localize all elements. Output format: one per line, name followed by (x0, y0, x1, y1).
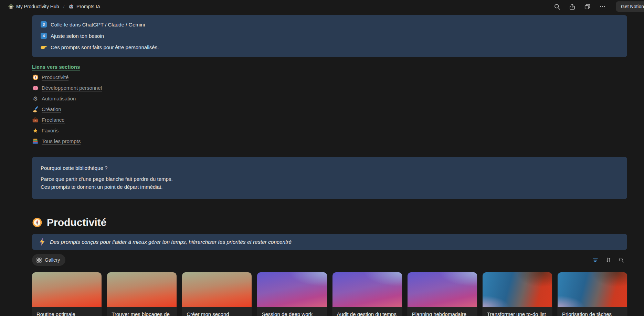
card-cover-image (32, 272, 102, 307)
top-bar: My Productivity Hub / Prompts IA Get Not… (0, 0, 644, 13)
intro-callout: 3 Colle-le dans ChatGPT / Claude / Gemin… (32, 15, 627, 57)
gallery-card-todo-plan[interactable]: Transformer une to-do list en plan clair (483, 272, 552, 316)
gallery-card-deep-work[interactable]: Session de deep work (257, 272, 327, 316)
section-description-callout: Des prompts conçus pour t’aider à mieux … (32, 234, 627, 250)
share-icon[interactable] (569, 3, 576, 10)
gallery-card-routine-optimale[interactable]: Routine optimale (32, 272, 102, 316)
card-title: Routine optimale (36, 311, 75, 316)
card-title: Trouver mes blocages de productivité (112, 311, 170, 316)
why-callout-line1: Parce que partir d’une page blanche fait… (41, 175, 619, 183)
brain-icon (32, 86, 39, 91)
card-title: Planning hebdomadaire automatique (412, 311, 466, 316)
section-link-creation: Création (32, 104, 627, 115)
card-cover-image (257, 272, 327, 307)
gear-icon: ⚙ (32, 96, 39, 102)
compass-icon (32, 217, 42, 228)
card-title: Créer mon second cerveau (187, 311, 229, 316)
section-link-label[interactable]: Création (42, 106, 61, 113)
point-right-icon (41, 45, 47, 50)
writing-hand-icon (32, 106, 39, 112)
card-title: Transformer une to-do list en plan clair (487, 311, 546, 316)
why-callout-title: Pourquoi cette bibliothèque ? (41, 165, 619, 171)
section-link-label[interactable]: Productivité (42, 74, 68, 81)
sort-icon[interactable] (605, 257, 611, 263)
section-link-freelance: Freelance (32, 115, 627, 125)
keycap-4-icon: 4 (41, 33, 47, 39)
search-icon[interactable] (553, 3, 560, 10)
gallery-card-row: Routine optimale Trouver mes blocages de… (32, 272, 627, 316)
section-description-text: Des prompts conçus pour t’aider à mieux … (50, 239, 292, 245)
gallery-card-audit-temps[interactable]: Audit de gestion du temps (332, 272, 402, 316)
filter-icon[interactable] (592, 257, 598, 263)
intro-step-4: 4 Ajuste selon ton besoin (41, 32, 619, 40)
card-cover-image (182, 272, 252, 307)
why-callout: Pourquoi cette bibliothèque ? Parce que … (32, 157, 627, 199)
section-link-label[interactable]: Développement personnel (42, 85, 102, 91)
page-content: 3 Colle-le dans ChatGPT / Claude / Gemin… (32, 15, 627, 316)
get-notion-button[interactable]: Get Notion (616, 1, 644, 12)
lightning-icon (40, 238, 45, 246)
card-title: Priorisation de tâches (562, 311, 612, 316)
gallery-card-planning-hebdo[interactable]: Planning hebdomadaire automatique (408, 272, 477, 316)
gallery-toolbar: Gallery (32, 254, 627, 266)
section-link-automatisation: ⚙ Automatisation (32, 94, 627, 104)
gallery-card-blocages-productivite[interactable]: Trouver mes blocages de productivité (107, 272, 177, 316)
briefcase-icon (32, 117, 39, 123)
intro-step-text: Colle-le dans ChatGPT / Claude / Gemini (51, 22, 145, 28)
section-divider (32, 206, 627, 206)
books-icon (32, 139, 39, 144)
gallery-card-second-cerveau[interactable]: Créer mon second cerveau (182, 272, 252, 316)
intro-step-text: Ajuste selon ton besoin (51, 33, 104, 39)
breadcrumb-root[interactable]: My Productivity Hub (7, 3, 60, 10)
section-heading: Productivité (32, 217, 627, 228)
section-link-label[interactable]: Freelance (42, 117, 65, 123)
gallery-card-priorisation-taches[interactable]: Priorisation de tâches (558, 272, 627, 316)
gallery-view-label: Gallery (45, 257, 60, 263)
section-link-developpement: Développement personnel (32, 83, 627, 93)
section-link-productivite: Productivité (32, 72, 627, 83)
section-link-tous-les-prompts: Tous les prompts (32, 136, 627, 146)
section-link-label[interactable]: Automatisation (42, 96, 76, 102)
section-link-label[interactable]: Favoris (42, 128, 59, 134)
section-links-title[interactable]: Liens vers sections (32, 64, 80, 70)
card-title: Audit de gestion du temps (337, 311, 397, 316)
intro-note-text: Ces prompts sont faits pour être personn… (51, 44, 159, 50)
section-heading-title: Productivité (47, 217, 106, 228)
card-cover-image (408, 272, 477, 307)
section-link-label[interactable]: Tous les prompts (42, 138, 81, 145)
card-cover-image (332, 272, 402, 307)
more-icon[interactable] (599, 3, 606, 10)
card-cover-image (483, 272, 552, 307)
intro-note: Ces prompts sont faits pour être personn… (41, 43, 619, 51)
card-title: Session de deep work (262, 311, 313, 316)
breadcrumb: My Productivity Hub / Prompts IA (7, 3, 102, 10)
star-icon: ★ (32, 128, 39, 134)
gallery-view-tab[interactable]: Gallery (32, 254, 65, 266)
card-cover-image (558, 272, 627, 307)
intro-step-3: 3 Colle-le dans ChatGPT / Claude / Gemin… (41, 21, 619, 28)
section-link-favoris: ★ Favoris (32, 126, 627, 136)
home-icon (8, 4, 14, 9)
gallery-actions (592, 257, 627, 263)
breadcrumb-root-label: My Productivity Hub (16, 4, 59, 9)
why-callout-line2: Ces prompts te donnent un point de dépar… (41, 183, 619, 191)
keycap-3-icon: 3 (41, 21, 47, 28)
breadcrumb-page-label: Prompts IA (76, 4, 100, 9)
card-cover-image (107, 272, 177, 307)
grid-icon (36, 258, 42, 263)
breadcrumb-separator: / (63, 4, 64, 9)
search-icon[interactable] (618, 257, 624, 263)
robot-icon (68, 4, 74, 9)
breadcrumb-current-page[interactable]: Prompts IA (67, 3, 102, 10)
duplicate-icon[interactable] (584, 3, 591, 10)
topbar-actions: Get Notion (553, 1, 644, 12)
compass-icon (32, 74, 39, 80)
